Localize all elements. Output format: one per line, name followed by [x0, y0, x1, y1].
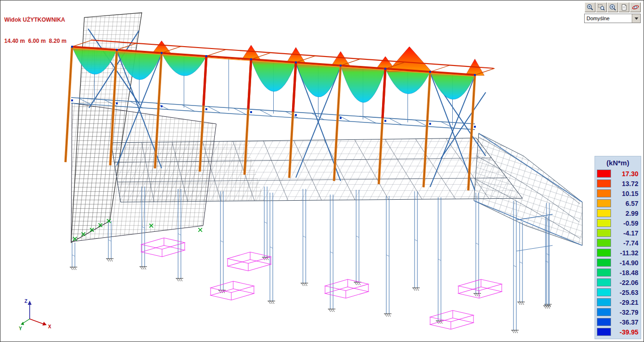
axis-triad: Z X Y [18, 296, 58, 331]
legend-swatch [597, 179, 611, 187]
legend-value: -11.32 [611, 249, 639, 257]
view-label: Widok UŻYTKOWNIKA 14.40 m 6.00 m 8.20 m [4, 2, 66, 59]
legend-value: -25.63 [611, 289, 639, 296]
legend-row: -18.48 [597, 268, 639, 277]
legend-value: -32.79 [611, 309, 639, 316]
legend-value: 17.30 [611, 170, 639, 178]
legend-value: 6.57 [611, 200, 639, 207]
legend-row: -36.37 [597, 317, 639, 327]
legend-swatch [597, 259, 611, 267]
legend-row: 13.72 [597, 179, 639, 188]
legend-swatch [597, 229, 611, 237]
legend-value: -7.74 [611, 239, 639, 247]
view-sheet-button[interactable] [619, 2, 629, 12]
legend-row: -29.21 [597, 297, 639, 307]
preset-dropdown-button[interactable] [632, 14, 640, 23]
legend-row: -0.59 [597, 218, 639, 228]
legend-swatch [597, 328, 611, 336]
chevron-down-icon [635, 17, 638, 20]
view-toolbar [585, 2, 641, 12]
legend-value: -39.95 [611, 328, 639, 336]
legend-swatch [597, 288, 611, 296]
axis-x-label: X [48, 324, 51, 329]
legend-value: 10.15 [611, 190, 639, 197]
view-sheet-icon [620, 4, 628, 11]
zoom-in-button[interactable] [585, 2, 595, 12]
view-name: Widok UŻYTKOWNIKA [4, 16, 66, 24]
legend-swatch [597, 249, 611, 257]
legend-value: -4.17 [611, 229, 639, 237]
zoom-extents-icon [609, 4, 616, 11]
orbit-icon [632, 4, 639, 11]
legend-row: -14.90 [597, 258, 639, 268]
legend-row: -22.06 [597, 277, 639, 287]
legend-value: -0.59 [611, 220, 639, 227]
legend-value: 2.99 [611, 210, 639, 217]
legend-row: 6.57 [597, 198, 639, 208]
legend-swatch [597, 269, 611, 277]
legend-row: -25.63 [597, 287, 639, 297]
legend-swatch [597, 170, 611, 178]
legend-rows: 17.3013.7210.156.572.99-0.59-4.17-7.74-1… [597, 169, 639, 337]
legend-value: -36.37 [611, 318, 639, 326]
zoom-in-icon [587, 4, 594, 11]
app-window: Widok UŻYTKOWNIKA 14.40 m 6.00 m 8.20 m … [0, 0, 644, 342]
legend-row: 17.30 [597, 169, 639, 179]
legend-row: 2.99 [597, 208, 639, 218]
legend-swatch [597, 219, 611, 227]
zoom-window-button[interactable] [596, 2, 607, 12]
view-preset-dropdown[interactable]: Domyślne [584, 14, 641, 23]
preset-value: Domyślne [585, 14, 632, 23]
axis-z-label: Z [24, 299, 27, 304]
model-canvas[interactable] [0, 0, 644, 342]
orbit-button[interactable] [630, 2, 641, 12]
axis-y-label: Y [19, 326, 22, 331]
legend-swatch [597, 199, 611, 207]
zoom-extents-button[interactable] [607, 2, 618, 12]
legend-title: (kN*m) [597, 158, 639, 169]
legend-swatch [597, 308, 611, 316]
legend-row: -11.32 [597, 248, 639, 258]
legend-swatch [597, 209, 611, 217]
legend-row: -32.79 [597, 307, 639, 317]
legend-value: -29.21 [611, 299, 639, 306]
legend-value: -18.48 [611, 269, 639, 277]
legend-value: -22.06 [611, 279, 639, 286]
legend-row: -4.17 [597, 228, 639, 238]
legend-swatch [597, 318, 611, 326]
legend-swatch [597, 239, 611, 247]
zoom-window-icon [598, 4, 605, 11]
legend-value: 13.72 [611, 180, 639, 187]
legend-swatch [597, 189, 611, 197]
legend-swatch [597, 298, 611, 306]
legend-row: 10.15 [597, 188, 639, 198]
legend-panel: (kN*m) 17.3013.7210.156.572.99-0.59-4.17… [595, 156, 641, 339]
legend-row: -7.74 [597, 238, 639, 248]
legend-row: -39.95 [597, 327, 639, 337]
view-dimensions: 14.40 m 6.00 m 8.20 m [4, 38, 66, 45]
legend-swatch [597, 278, 611, 286]
legend-value: -14.90 [611, 259, 639, 267]
